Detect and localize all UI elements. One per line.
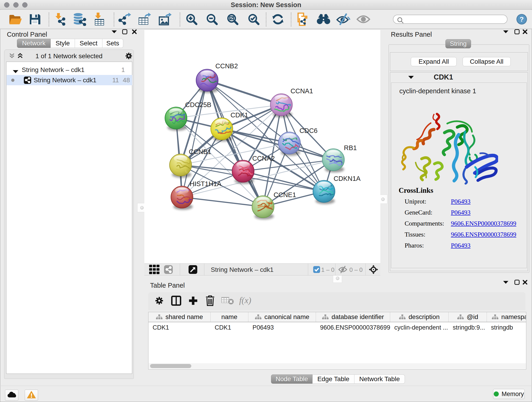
panel-float-icon[interactable] [122, 29, 127, 35]
cloud-button[interactable] [5, 390, 18, 401]
show-columns-icon[interactable] [171, 296, 181, 307]
hide-selected-icon[interactable] [336, 12, 350, 26]
toolbar-separator [291, 13, 291, 26]
search-input[interactable] [405, 16, 504, 23]
column-header-namespace[interactable]: namespace [487, 312, 526, 322]
column-header-description[interactable]: description [390, 312, 449, 322]
column-header--id[interactable]: @id [449, 312, 487, 322]
table-cell[interactable]: CDK1 [148, 323, 210, 333]
search-icon [397, 17, 404, 24]
svg-text:CCNA1: CCNA1 [291, 87, 313, 95]
expand-all-button[interactable]: Expand All [411, 57, 457, 66]
function-builder-icon[interactable]: f(x) [238, 296, 254, 307]
tab-node-table[interactable]: Node Table [271, 375, 312, 384]
selected-checkbox-icon[interactable] [312, 262, 321, 277]
save-session-icon[interactable] [28, 12, 42, 26]
tab-sets[interactable]: Sets [102, 39, 123, 48]
network-node-count: 11 [112, 77, 119, 84]
network-view-toolbar: String Network – cdk1 1 – 0 0 – 0 [144, 263, 380, 275]
open-session-icon[interactable] [8, 12, 23, 26]
export-image-icon[interactable] [158, 12, 172, 26]
column-header-shared-name[interactable]: shared name [148, 312, 210, 322]
panel-float-icon[interactable] [514, 29, 520, 35]
crosslink-link[interactable]: 9606.ENSP00000378699 [451, 220, 516, 227]
export-table-icon[interactable] [138, 12, 152, 26]
panel-close-icon[interactable] [522, 280, 528, 286]
tab-select[interactable]: Select [75, 39, 102, 48]
crosslink-row: Compartments:9606.ENSP00000378699 [399, 220, 526, 227]
control-panel-tabs: Network Style Select Sets [17, 39, 123, 48]
collapse-all-button[interactable]: Collapse All [462, 57, 511, 66]
gene-details-box: cyclin-dependent kinase 1 [391, 83, 527, 268]
main-toolbar: ? [0, 10, 532, 29]
zoom-out-icon[interactable] [205, 12, 219, 26]
toolbar-separator [114, 13, 114, 26]
tab-edge-table[interactable]: Edge Table [312, 375, 355, 384]
center-view-crosshair-icon[interactable] [368, 262, 379, 277]
network-canvas[interactable]: CCNB2CCNA1CDC25BCDK1CDC6RB1CCNB1CCNA2CDK… [144, 29, 380, 263]
crosslinks-section: CrossLinks Uniprot:P06493GeneCard:P06493… [399, 186, 526, 253]
zoom-fit-icon[interactable] [225, 12, 240, 26]
network-options-gear-icon[interactable] [125, 52, 133, 61]
birds-eye-grid-icon[interactable] [149, 262, 160, 277]
table-cell[interactable]: 9606.ENSP00000378699 [316, 323, 390, 333]
svg-text:CCNE1: CCNE1 [273, 191, 296, 198]
column-header-canonical-name[interactable]: canonical name [248, 312, 316, 322]
table-cell[interactable]: stringdb:9... [449, 323, 487, 333]
zoom-selected-icon[interactable] [247, 12, 261, 26]
network-row[interactable]: String Network – cdk1 11 48 [7, 75, 132, 85]
help-icon[interactable]: ? [515, 12, 529, 26]
table-toolbar: f(x) [148, 292, 525, 310]
gene-header-row[interactable]: CDK1 [390, 72, 528, 82]
open-in-new-window-icon[interactable] [188, 262, 198, 277]
panel-float-icon[interactable] [514, 280, 520, 286]
delete-column-icon[interactable] [206, 295, 215, 307]
zoom-in-icon[interactable] [184, 12, 199, 26]
crosslink-link[interactable]: P06493 [451, 198, 471, 205]
memory-button[interactable]: Memory [493, 389, 525, 399]
column-header-name[interactable]: name [210, 312, 248, 322]
crosslink-row: Uniprot:P06493 [399, 198, 526, 205]
add-column-icon[interactable] [188, 296, 198, 307]
table-cell[interactable]: cyclin-dependent ... [390, 323, 449, 333]
show-all-icon[interactable] [356, 12, 370, 26]
network-share-badge-icon[interactable] [163, 262, 173, 277]
export-network-icon[interactable] [118, 12, 132, 26]
table-row[interactable]: CDK1CDK1P064939606.ENSP00000378699cyclin… [148, 323, 526, 333]
crosslink-label: Uniprot: [399, 198, 451, 205]
panel-close-icon[interactable] [132, 29, 137, 35]
table-cell[interactable]: P06493 [248, 323, 316, 333]
tab-style[interactable]: Style [51, 39, 75, 48]
table-cell[interactable]: CDK1 [210, 323, 248, 333]
scrollbar-thumb[interactable] [150, 364, 191, 368]
collection-expand-icon[interactable] [13, 68, 19, 75]
crosslink-link[interactable]: 9606.ENSP00000378699 [451, 231, 516, 238]
import-table-icon[interactable] [92, 12, 107, 26]
crosslink-link[interactable]: P06493 [451, 242, 471, 249]
table-horizontal-scrollbar[interactable] [149, 363, 526, 369]
tab-string[interactable]: String [445, 39, 471, 48]
network-collection-row[interactable]: String Network – cdk1 1 [7, 65, 132, 75]
table-cell[interactable]: stringdb [487, 323, 526, 333]
tab-network-table[interactable]: Network Table [355, 375, 405, 384]
crosslink-link[interactable]: P06493 [451, 209, 471, 216]
table-settings-gear-icon[interactable] [155, 296, 164, 306]
column-header-database-identifier[interactable]: database identifier [316, 312, 390, 322]
memory-status-dot [494, 391, 499, 396]
tab-network[interactable]: Network [17, 39, 51, 48]
import-network-file-icon[interactable] [53, 12, 67, 26]
panel-close-icon[interactable] [522, 29, 528, 35]
toolbar-separator [49, 13, 49, 26]
panel-menu-icon[interactable] [503, 280, 509, 285]
gene-section: CDK1 cyclin-dependent kinase 1 [390, 72, 528, 271]
gene-collapse-icon[interactable] [408, 75, 414, 80]
search-binoculars-icon[interactable] [317, 12, 331, 26]
warnings-button[interactable] [25, 390, 38, 401]
clone-network-icon[interactable] [296, 12, 310, 26]
import-network-database-icon[interactable] [73, 12, 87, 26]
refresh-icon[interactable] [271, 12, 285, 26]
panel-menu-icon[interactable] [111, 30, 117, 35]
hidden-eye-slash-icon [338, 262, 348, 277]
hidden-count: 0 – 0 [349, 266, 363, 274]
panel-menu-icon[interactable] [503, 30, 509, 35]
